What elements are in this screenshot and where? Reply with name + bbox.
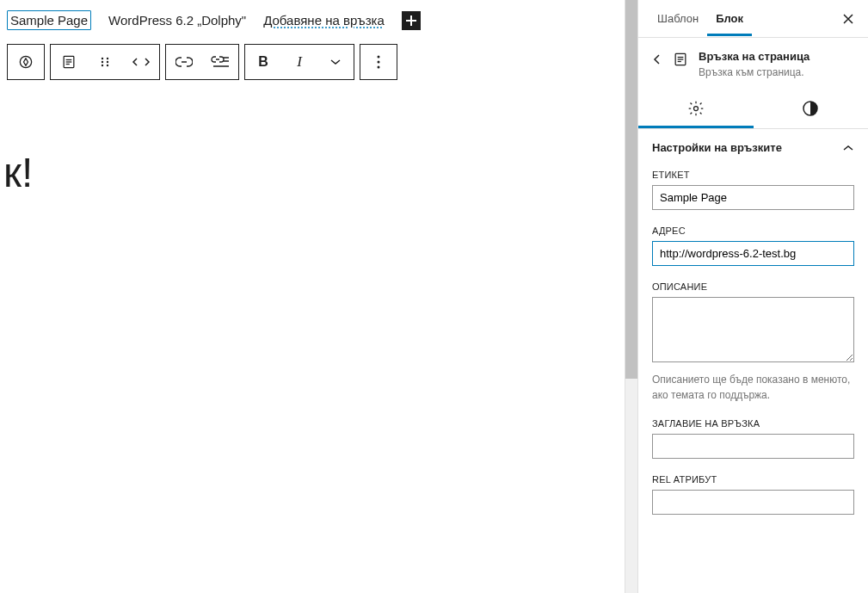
submenu-icon: [211, 55, 230, 69]
svg-point-16: [378, 66, 380, 69]
link-settings-panel: Настройки на връзките ЕТИКЕТ АДРЕС ОПИСА…: [638, 129, 868, 527]
panel-title: Настройки на връзките: [652, 141, 782, 154]
link-icon: [175, 57, 193, 67]
field-url: АДРЕС: [652, 225, 854, 266]
description-help: Описанието ще бъде показано в менюто, ак…: [652, 372, 854, 403]
block-title: Връзка на страница: [699, 50, 810, 63]
styles-icon: [803, 101, 818, 116]
inspector-tab-styles[interactable]: [754, 90, 869, 128]
label-rel: REL АТРИБУТ: [652, 474, 854, 485]
panel-toggle[interactable]: Настройки на връзките: [652, 141, 854, 154]
italic-button[interactable]: I: [281, 44, 317, 80]
block-description: Връзка към страница.: [699, 66, 810, 78]
scrollbar-thumb[interactable]: [625, 0, 637, 379]
settings-sidebar: Шаблон Блок Връзка на страница Връзка къ…: [637, 0, 868, 593]
block-card: Връзка на страница Връзка към страница.: [638, 38, 868, 90]
svg-point-8: [107, 61, 108, 63]
chevron-up-icon: [842, 145, 854, 151]
options-button[interactable]: [360, 44, 397, 80]
sidebar-tabs: Шаблон Блок: [638, 0, 868, 38]
url-input[interactable]: [652, 241, 854, 266]
svg-point-5: [102, 58, 103, 59]
chevron-down-icon: [329, 59, 342, 65]
nav-link-sample-page[interactable]: Sample Page: [7, 10, 91, 30]
svg-point-15: [378, 61, 380, 64]
link-title-input[interactable]: [652, 434, 854, 459]
label-link-title: ЗАГЛАВИЕ НА ВРЪЗКА: [652, 418, 854, 429]
label-description: ОПИСАНИЕ: [652, 281, 854, 292]
field-description: ОПИСАНИЕ Описанието ще бъде показано в м…: [652, 281, 854, 403]
close-icon: [842, 13, 854, 25]
plus-icon: [405, 15, 417, 27]
svg-point-10: [107, 65, 108, 66]
svg-point-6: [107, 58, 108, 59]
add-block-button[interactable]: [402, 11, 421, 30]
svg-point-7: [102, 61, 103, 63]
move-arrows-icon: [132, 56, 151, 68]
block-type-button[interactable]: [51, 44, 87, 80]
link-button[interactable]: [166, 44, 202, 80]
field-link-title: ЗАГЛАВИЕ НА ВРЪЗКА: [652, 418, 854, 459]
page-icon: [60, 53, 77, 71]
tab-template[interactable]: Шаблон: [649, 2, 707, 35]
label-address: АДРЕС: [652, 225, 854, 236]
inspector-tab-settings[interactable]: [638, 90, 754, 128]
block-toolbar: B I: [7, 44, 618, 80]
submenu-button[interactable]: [202, 44, 238, 80]
parent-block-button[interactable]: [8, 44, 44, 80]
nav-link-add[interactable]: Добавяне на връзка: [263, 13, 385, 28]
tab-block[interactable]: Блок: [707, 2, 752, 36]
drag-icon: [97, 54, 113, 70]
content-heading[interactable]: к!: [3, 149, 618, 196]
navigation-links: Sample Page WordPress 6.2 „Dolphy" Добав…: [7, 7, 618, 40]
chevron-left-icon: [652, 52, 662, 67]
svg-point-9: [102, 65, 103, 66]
field-rel: REL АТРИБУТ: [652, 474, 854, 515]
svg-point-14: [378, 56, 380, 59]
editor-canvas: Sample Page WordPress 6.2 „Dolphy" Добав…: [0, 0, 625, 593]
more-vertical-icon: [377, 55, 380, 69]
description-textarea[interactable]: [652, 297, 854, 362]
svg-point-21: [693, 106, 698, 110]
editor-scrollbar[interactable]: [625, 0, 637, 593]
move-buttons[interactable]: [123, 44, 159, 80]
nav-link-wordpress[interactable]: WordPress 6.2 „Dolphy": [108, 13, 246, 28]
inspector-tabs: [638, 90, 868, 129]
more-formatting-button[interactable]: [317, 44, 354, 80]
compass-icon: [17, 53, 34, 71]
rel-input[interactable]: [652, 490, 854, 515]
bold-button[interactable]: B: [245, 44, 281, 80]
page-icon: [672, 51, 689, 68]
back-button[interactable]: [652, 50, 662, 78]
label-input[interactable]: [652, 185, 854, 210]
close-sidebar-button[interactable]: [839, 9, 858, 28]
label-etik: ЕТИКЕТ: [652, 170, 854, 180]
field-label: ЕТИКЕТ: [652, 170, 854, 210]
gear-icon: [687, 100, 705, 117]
drag-handle[interactable]: [87, 44, 123, 80]
block-type-icon: [671, 50, 690, 69]
